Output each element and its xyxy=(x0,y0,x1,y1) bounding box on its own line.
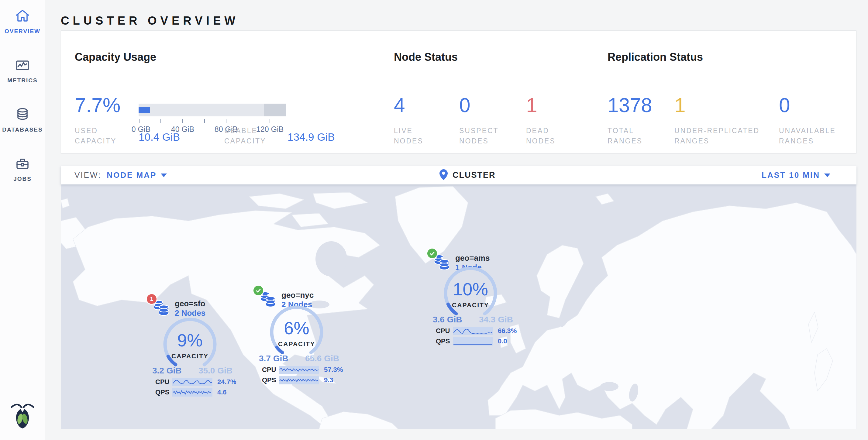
capacity-percent: 7.7% xyxy=(75,95,120,115)
qps-sparkline xyxy=(453,337,493,345)
capacity-percent: 6% xyxy=(263,319,330,337)
used-capacity: 3.7 GiB xyxy=(259,354,288,364)
suspect-nodes-label: SUSPECTNODES xyxy=(459,125,499,146)
map-toolbar: VIEW: NODE MAP CLUSTER LAST 10 MIN xyxy=(61,166,857,184)
briefcase-icon xyxy=(14,156,31,173)
locality-marker-sfo[interactable]: 1 geo=sfo 2 Nodes 9% xyxy=(141,296,239,399)
sidebar-item-overview[interactable]: OVERVIEW xyxy=(0,8,45,35)
capacity-percent: 9% xyxy=(157,331,223,349)
cpu-label: CPU xyxy=(436,327,453,335)
capacity-usage-title: Capacity Usage xyxy=(75,51,156,64)
sidebar-item-metrics[interactable]: METRICS xyxy=(0,57,45,84)
node-status-title: Node Status xyxy=(394,51,458,64)
ok-badge xyxy=(253,286,263,295)
cpu-value: 24.7% xyxy=(217,378,236,386)
total-ranges-value: 1378 xyxy=(608,95,652,115)
sidebar: OVERVIEW METRICS DATABASES xyxy=(0,0,45,440)
graph-icon xyxy=(14,57,31,75)
under-replicated-value: 1 xyxy=(674,95,686,115)
cpu-value: 66.3% xyxy=(498,327,517,335)
qps-sparkline xyxy=(172,388,212,397)
database-icon xyxy=(14,106,31,124)
breadcrumb-cluster: CLUSTER xyxy=(453,170,496,180)
qps-value: 0.0 xyxy=(498,337,516,345)
total-ranges-label: TOTALRANGES xyxy=(608,125,643,146)
cluster-summary-panel: Capacity Usage 7.7% 0 GiB 40 GiB 80 GiB … xyxy=(61,30,857,153)
capacity-label: CAPACITY xyxy=(157,352,223,360)
capacity-bar-track xyxy=(138,104,286,116)
usable-capacity-label: USABLECAPACITY xyxy=(224,125,266,146)
used-capacity-label: USEDCAPACITY xyxy=(75,125,116,146)
total-capacity: 34.3 GiB xyxy=(479,315,513,324)
chevron-down-icon xyxy=(824,174,830,177)
live-nodes-value: 4 xyxy=(394,95,405,115)
qps-label: QPS xyxy=(262,376,279,384)
sidebar-item-jobs[interactable]: JOBS xyxy=(0,156,45,182)
home-icon xyxy=(14,8,31,26)
qps-sparkline xyxy=(279,376,319,384)
sidebar-item-databases[interactable]: DATABASES xyxy=(0,106,45,133)
node-map[interactable]: 1 geo=sfo 2 Nodes 9% xyxy=(61,184,857,429)
cpu-sparkline xyxy=(279,366,319,374)
cpu-value: 57.3% xyxy=(324,366,343,374)
chevron-down-icon xyxy=(161,174,167,177)
suspect-nodes-value: 0 xyxy=(459,95,470,115)
capacity-label: CAPACITY xyxy=(263,340,330,348)
sidebar-item-label: DATABASES xyxy=(0,126,45,133)
unavailable-ranges-label: UNAVAILABLERANGES xyxy=(779,125,836,146)
cpu-sparkline xyxy=(172,378,212,386)
locality-label: geo=ams xyxy=(455,253,490,262)
capacity-bar-reserved xyxy=(264,104,286,116)
total-capacity: 65.6 GiB xyxy=(305,354,339,364)
qps-label: QPS xyxy=(155,388,172,396)
view-label: VIEW: xyxy=(74,170,101,180)
used-capacity: 3.2 GiB xyxy=(152,366,181,376)
capacity-gauge: 9% CAPACITY xyxy=(157,315,223,373)
capacity-percent: 10% xyxy=(437,280,504,298)
cpu-label: CPU xyxy=(155,378,172,386)
view-selector[interactable]: NODE MAP xyxy=(107,170,167,180)
capacity-label: CAPACITY xyxy=(437,302,504,309)
page-title: CLUSTER OVERVIEW xyxy=(61,14,239,27)
under-replicated-label: UNDER-REPLICATEDRANGES xyxy=(674,125,760,146)
error-badge: 1 xyxy=(147,294,157,304)
total-capacity: 35.0 GiB xyxy=(198,366,232,376)
locality-label: geo=nyc xyxy=(281,290,314,300)
replication-status-title: Replication Status xyxy=(608,51,703,64)
live-nodes-label: LIVENODES xyxy=(394,125,423,146)
capacity-bar-used xyxy=(138,107,150,113)
qps-label: QPS xyxy=(436,337,453,345)
capacity-bar-ticks xyxy=(138,119,286,124)
cpu-label: CPU xyxy=(262,366,279,374)
used-capacity-value: 10.4 GiB xyxy=(138,131,180,143)
unavailable-ranges-value: 0 xyxy=(779,95,790,115)
sidebar-item-label: OVERVIEW xyxy=(0,28,45,35)
time-range-selector[interactable]: LAST 10 MIN xyxy=(762,166,830,184)
locality-label: geo=sfo xyxy=(175,299,206,308)
used-capacity: 3.6 GiB xyxy=(433,315,462,324)
locality-marker-ams[interactable]: geo=ams 1 Node 10% CAPACITY 3.6 GiB 34.3… xyxy=(422,245,519,348)
qps-value: 9.3 xyxy=(324,376,342,384)
cpu-sparkline xyxy=(453,327,493,335)
dead-nodes-label: DEADNODES xyxy=(526,125,556,146)
locality-marker-nyc[interactable]: geo=nyc 2 Nodes 6% CAPACITY 3.7 GiB 65.6… xyxy=(248,284,345,387)
dead-nodes-value: 1 xyxy=(526,95,537,115)
sidebar-item-label: METRICS xyxy=(0,77,45,84)
location-pin-icon xyxy=(439,169,448,181)
capacity-gauge: 6% CAPACITY xyxy=(263,303,330,361)
capacity-gauge: 10% CAPACITY xyxy=(437,264,504,322)
ok-badge xyxy=(427,249,437,258)
cockroachdb-logo[interactable] xyxy=(9,402,36,430)
usable-capacity-value: 134.9 GiB xyxy=(287,131,335,143)
sidebar-item-label: JOBS xyxy=(0,176,45,182)
qps-value: 4.6 xyxy=(217,388,236,396)
